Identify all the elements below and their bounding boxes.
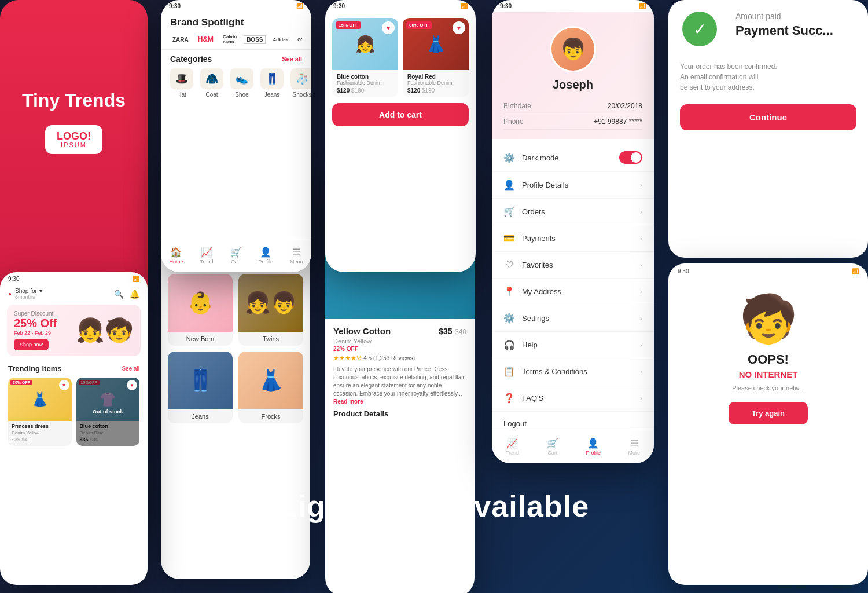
profile-details-arrow: ›	[640, 181, 642, 189]
product-details-title: Product Details	[333, 409, 466, 418]
address-arrow: ›	[640, 288, 642, 296]
payments-label: Payments	[522, 234, 556, 243]
cat-shoe[interactable]: 👟 Shoe	[230, 68, 253, 98]
product-card-blue[interactable]: 👧 15% OFF ♥ Blue cotton Fashionable Deni…	[332, 18, 398, 97]
menu-address-left: 📍 My Address	[503, 286, 561, 297]
menu-payments[interactable]: 💳 Payments ›	[492, 225, 654, 252]
cat-coat[interactable]: 🧥 Coat	[200, 68, 223, 98]
trending-item-2[interactable]: 👚 15%OFF Out of stock ♥ Blue cotton Deni…	[76, 378, 140, 446]
amount-paid-label: Amount paid	[735, 12, 833, 21]
menu-orders[interactable]: 🛒 Orders ›	[492, 199, 654, 225]
cat-shocks[interactable]: 🧦 Shocks	[290, 68, 311, 98]
trending-heart-2[interactable]: ♥	[127, 380, 137, 390]
trending-heart-1[interactable]: ♥	[59, 380, 69, 390]
settings-arrow: ›	[640, 314, 642, 323]
menu-faq[interactable]: ❓ FAQ'S ›	[492, 385, 654, 412]
product-sub-blue: Fashionable Denim	[337, 80, 393, 86]
settings-icon: ⚙️	[503, 313, 515, 324]
menu-terms-left: 📋 Terms & Conditions	[503, 366, 587, 377]
nointernet-signal: 📶	[852, 268, 859, 274]
home-screen-header: Brand Spotlight ZARA H&M Calvin Klein BO…	[161, 12, 311, 50]
nointernet-time: 9:30	[678, 268, 689, 274]
pnav-trend-icon: 📈	[506, 438, 518, 449]
nav-profile-label: Profile	[259, 259, 274, 265]
read-more-link[interactable]: Read more	[333, 398, 363, 405]
cat-jeans-name: Jeans	[168, 409, 233, 423]
nav-cart[interactable]: 🛒 Cart	[230, 247, 242, 265]
shop-now-button[interactable]: Shop now	[14, 339, 49, 350]
heart-red[interactable]: ♥	[453, 21, 465, 34]
dark-mode-label: Dark mode	[522, 153, 559, 162]
payments-icon: 💳	[503, 233, 515, 244]
faq-arrow: ›	[640, 394, 642, 402]
menu-terms[interactable]: 📋 Terms & Conditions ›	[492, 358, 654, 385]
cat-hat[interactable]: 🎩 Hat	[170, 68, 193, 98]
birthdate-label: Birthdate	[503, 102, 531, 110]
nav-trend[interactable]: 📈 Trend	[200, 247, 213, 265]
see-all-link[interactable]: See all	[282, 56, 302, 63]
continue-button[interactable]: Continue	[680, 104, 856, 130]
cat-item-jeans[interactable]: 👖 Jeans	[168, 352, 233, 423]
cat-jeans[interactable]: 👖 Jeans	[260, 68, 284, 98]
trending-see-all[interactable]: See all	[122, 365, 139, 372]
dark-mode-toggle[interactable]	[619, 151, 642, 164]
shop-for-text: Shop for ▾	[15, 288, 42, 294]
nav-profile[interactable]: 👤 Profile	[259, 247, 274, 265]
brand-boss: BOSS	[244, 35, 266, 44]
phone-product: 9:30 📶 👧 15% OFF ♥ Blue cotton Fashionab…	[325, 0, 476, 272]
profile-nav-trend[interactable]: 📈 Trend	[506, 438, 519, 456]
profile-details-icon: 👤	[503, 180, 515, 191]
menu-settings[interactable]: ⚙️ Settings ›	[492, 305, 654, 332]
pnav-profile-icon: 👤	[587, 438, 599, 449]
address-icon: 📍	[503, 286, 515, 297]
menu-help[interactable]: 🎧 Help ›	[492, 332, 654, 358]
product-card-red[interactable]: 👗 60% OFF ♥ Royal Red Fashionable Denim …	[403, 18, 469, 97]
nav-home[interactable]: 🏠 Home	[169, 247, 183, 265]
cart-nav-icon: 🛒	[230, 247, 242, 258]
menu-orders-left: 🛒 Orders	[503, 206, 545, 217]
logo-text: LOGO!	[57, 131, 91, 141]
bottom-nav: 🏠 Home 📈 Trend 🛒 Cart 👤 Profile ☰ Menu	[161, 239, 311, 272]
terms-arrow: ›	[640, 368, 642, 376]
cat-item-newborn[interactable]: 👶 New Born	[168, 274, 233, 346]
menu-address[interactable]: 📍 My Address ›	[492, 279, 654, 305]
brand-logos: ZARA H&M Calvin Klein BOSS Adidas CONVER…	[170, 33, 302, 46]
brand-section: Tiny Trends LOGO! IPSUM	[0, 0, 148, 243]
profile-signal: 📶	[639, 3, 646, 9]
home-nav-icon: 🏠	[170, 247, 182, 258]
help-arrow: ›	[640, 341, 642, 349]
menu-dark-mode[interactable]: ⚙️ Dark mode	[492, 144, 654, 172]
menu-profile-details[interactable]: 👤 Profile Details ›	[492, 172, 654, 199]
profile-nav-cart[interactable]: 🛒 Cart	[547, 438, 558, 456]
profile-nav-more[interactable]: ☰ More	[628, 438, 641, 456]
heart-blue[interactable]: ♥	[382, 21, 395, 34]
trending-item[interactable]: 👗 30% OFF ♥ Princess dress Denim Yellow …	[8, 378, 72, 446]
try-again-button[interactable]: Try again	[729, 402, 808, 424]
brand-zara: ZARA	[170, 35, 191, 44]
nointernet-status: 9:30 📶	[668, 263, 868, 274]
kid-illustration: 🧒	[740, 292, 797, 346]
categories-header: Categories See all	[170, 54, 302, 64]
cat-item-twins[interactable]: 👧👦 Twins	[238, 274, 303, 346]
detail-sub: Denim Yellow	[333, 338, 466, 345]
jeans-icon: 👖	[260, 68, 284, 89]
detail-name-row: Yellow Cotton $35 $40	[333, 326, 466, 336]
favorites-label: Favorites	[522, 261, 553, 269]
category-grid: 🎩 Hat 🧥 Coat 👟 Shoe 👖 Jeans 🧦 Shocks	[170, 68, 302, 98]
bell-icon[interactable]: 🔔	[130, 290, 139, 299]
search-icon[interactable]: 🔍	[114, 290, 124, 299]
profile-nav-profile[interactable]: 👤 Profile	[586, 438, 601, 456]
profile-avatar: 👦	[550, 26, 596, 72]
categories-title: Categories	[170, 54, 212, 64]
shop-header: ● Shop for ▾ 6months 🔍 🔔	[0, 285, 148, 305]
oops-text: OOPS!	[748, 352, 789, 367]
add-to-cart-button[interactable]: Add to cart	[332, 103, 469, 126]
nav-menu[interactable]: ☰ Menu	[290, 247, 303, 265]
phone-value: +91 99887 *****	[594, 118, 642, 126]
discount-dates: Feb 22 - Feb 29	[14, 330, 57, 336]
cat-shocks-label: Shocks	[293, 91, 311, 98]
menu-payments-left: 💳 Payments	[503, 233, 556, 244]
menu-favorites[interactable]: ♡ Favorites ›	[492, 252, 654, 279]
cat-item-frocks[interactable]: 👗 Frocks	[238, 352, 303, 423]
shoe-icon: 👟	[230, 68, 253, 89]
